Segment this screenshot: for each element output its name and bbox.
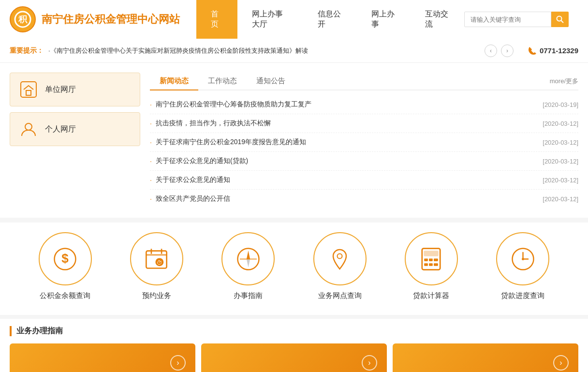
business-title-text: 业务办理指南 <box>16 326 63 336</box>
svg-point-3 <box>557 16 562 21</box>
quick-label-appointment: 预约业务 <box>142 291 171 300</box>
calculator-icon <box>418 246 444 272</box>
main-nav: 首页 网上办事大厅 信息公开 网上办事 互动交流 <box>196 0 464 39</box>
sidebar-unit-label: 单位网厅 <box>45 85 76 95</box>
nav-home[interactable]: 首页 <box>196 0 237 39</box>
logo-area: 积 南宁住房公积金管理中心网站 <box>10 6 191 32</box>
news-date-0: [2020-03-19] <box>543 101 578 108</box>
business-card-0[interactable]: › <box>10 343 195 372</box>
nav-online[interactable]: 网上办事 <box>357 0 411 39</box>
tab-news[interactable]: 新闻动态 <box>150 73 198 90</box>
quick-circle-network <box>313 232 367 285</box>
news-list: · 南宁住房公积金管理中心筹备防疫物质助力复工复产 [2020-03-19] ·… <box>150 95 578 208</box>
quick-circle-calculator <box>405 232 458 285</box>
compass-icon <box>235 246 262 272</box>
svg-marker-19 <box>247 259 250 268</box>
svg-text:积: 积 <box>18 15 28 24</box>
notice-label: 重要提示： <box>10 46 44 55</box>
quick-grid: $ 公积金余额查询 ⏱ 预约业务 <box>19 227 569 305</box>
news-title-5[interactable]: 致全区共产党员的公开信 <box>156 194 533 203</box>
news-dot: · <box>150 157 152 165</box>
search-area <box>464 12 569 27</box>
quick-label-balance: 公积金余额查询 <box>40 291 90 300</box>
card-arrow-0: › <box>170 355 186 371</box>
header: 积 南宁住房公积金管理中心网站 首页 网上办事大厅 信息公开 网上办事 互动交流 <box>0 0 588 39</box>
news-item-4: · 关于征求公众意见的通知 [2020-03-12] <box>150 171 578 190</box>
quick-label-guide: 办事指南 <box>234 291 263 300</box>
news-title-2[interactable]: 关于征求南宁住房公积金2019年度报告意见的通知 <box>156 138 533 147</box>
tab-notice[interactable]: 通知公告 <box>247 73 295 89</box>
quick-item-network[interactable]: 业务网点查询 <box>313 232 367 300</box>
phone-area: 0771-12329 <box>528 46 578 55</box>
notice-bar: 重要提示： ·《南宁住房公积金管理中心关于实施应对新冠肺炎疫情住房公积金阶段性支… <box>0 39 588 63</box>
quick-item-appointment[interactable]: ⏱ 预约业务 <box>130 232 183 300</box>
house-icon <box>20 81 37 98</box>
location-icon <box>326 246 353 272</box>
person-icon <box>20 120 37 138</box>
news-date-1: [2020-03-12] <box>543 120 578 127</box>
sidebar: 单位网厅 个人网厅 <box>10 73 140 208</box>
section-title-business: 业务办理指南 <box>10 326 578 336</box>
news-title-4[interactable]: 关于征求公众意见的通知 <box>156 176 533 184</box>
prev-arrow-button[interactable]: ‹ <box>485 45 497 57</box>
news-area: 新闻动态 工作动态 通知公告 more/更多 · 南宁住房公积金管理中心筹备防疫… <box>150 73 578 208</box>
news-title-1[interactable]: 抗击疫情，担当作为，行政执法不松懈 <box>156 119 533 128</box>
svg-rect-28 <box>429 263 433 266</box>
quick-item-balance[interactable]: $ 公积金余额查询 <box>39 232 92 300</box>
quick-circle-appointment: ⏱ <box>130 232 183 285</box>
search-button[interactable] <box>551 12 569 27</box>
quick-circle-guide <box>221 232 275 285</box>
quick-item-calculator[interactable]: 贷款计算器 <box>405 232 458 300</box>
svg-rect-27 <box>425 263 428 266</box>
news-dot: · <box>150 195 152 203</box>
svg-rect-6 <box>26 90 31 95</box>
sidebar-item-personal[interactable]: 个人网厅 <box>10 112 140 146</box>
svg-point-21 <box>338 253 342 258</box>
nav-interact[interactable]: 互动交流 <box>411 0 464 39</box>
more-link[interactable]: more/更多 <box>550 77 578 86</box>
svg-marker-18 <box>247 251 250 259</box>
news-item-2: · 关于征求南宁住房公积金2019年度报告意见的通知 [2020-03-12] <box>150 133 578 152</box>
news-item-3: · 关于征求公众意见的通知(贷款) [2020-03-12] <box>150 152 578 171</box>
quick-item-progress[interactable]: 贷款进度查询 <box>496 232 549 300</box>
news-dot: · <box>150 119 152 127</box>
svg-rect-25 <box>429 258 433 261</box>
svg-rect-26 <box>434 258 438 261</box>
business-card-2[interactable]: › <box>393 343 578 372</box>
news-title-0[interactable]: 南宁住房公积金管理中心筹备防疫物质助力复工复产 <box>156 100 533 109</box>
phone-icon <box>528 46 537 55</box>
business-section: 业务办理指南 › › › <box>0 319 588 372</box>
next-arrow-button[interactable]: › <box>501 45 514 57</box>
news-item-5: · 致全区共产党员的公开信 [2020-03-12] <box>150 190 578 208</box>
search-input[interactable] <box>464 12 551 27</box>
search-icon <box>556 15 564 23</box>
quick-access-section: $ 公积金余额查询 ⏱ 预约业务 <box>0 223 588 315</box>
news-dot: · <box>150 176 152 184</box>
news-date-5: [2020-03-12] <box>543 195 578 203</box>
svg-line-4 <box>561 21 564 23</box>
card-arrow-1: › <box>362 355 377 371</box>
svg-rect-23 <box>425 251 439 256</box>
svg-rect-29 <box>434 263 438 266</box>
nav-info[interactable]: 信息公开 <box>303 0 357 39</box>
news-date-2: [2020-03-12] <box>543 139 578 146</box>
clock-icon <box>510 246 536 272</box>
news-item-0: · 南宁住房公积金管理中心筹备防疫物质助力复工复产 [2020-03-19] <box>150 95 578 114</box>
nav-hall[interactable]: 网上办事大厅 <box>237 0 303 39</box>
sidebar-personal-label: 个人网厅 <box>45 124 76 134</box>
sidebar-item-unit[interactable]: 单位网厅 <box>10 73 140 106</box>
phone-number: 0771-12329 <box>540 46 578 55</box>
news-title-3[interactable]: 关于征求公众意见的通知(贷款) <box>156 157 533 165</box>
svg-rect-24 <box>425 258 428 261</box>
logo-icon: 积 <box>10 6 36 32</box>
quick-circle-balance: $ <box>39 232 92 285</box>
news-dot: · <box>150 101 152 108</box>
quick-item-guide[interactable]: 办事指南 <box>221 232 275 300</box>
tab-work[interactable]: 工作动态 <box>198 73 247 89</box>
logo-text: 南宁住房公积金管理中心网站 <box>42 12 180 27</box>
quick-label-calculator: 贷款计算器 <box>413 291 449 300</box>
business-card-1[interactable]: › <box>201 343 387 372</box>
quick-circle-progress <box>496 232 549 285</box>
quick-label-progress: 贷款进度查询 <box>501 291 544 300</box>
news-item-1: · 抗击疫情，担当作为，行政执法不松懈 [2020-03-12] <box>150 114 578 133</box>
